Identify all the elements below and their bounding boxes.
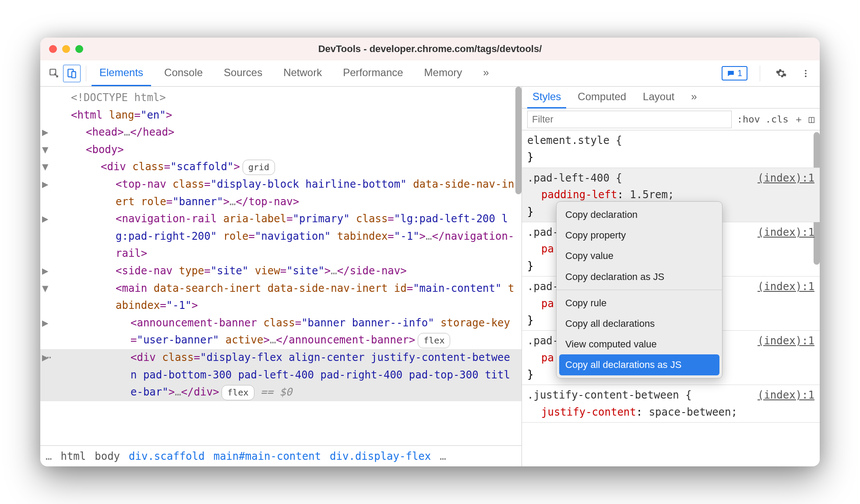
menu-copy-rule[interactable]: Copy rule — [557, 293, 722, 313]
minimize-icon[interactable] — [62, 45, 70, 53]
tab-elements[interactable]: Elements — [92, 60, 151, 86]
devtools-window: DevTools - developer.chrome.com/tags/dev… — [40, 38, 820, 466]
style-rule[interactable]: element.style { } — [522, 130, 820, 168]
new-rule-icon[interactable]: ＋ — [794, 113, 804, 126]
tab-computed[interactable]: Computed — [572, 87, 631, 108]
cls-toggle[interactable]: .cls — [765, 114, 789, 125]
panel-tabs: Elements Console Sources Network Perform… — [92, 60, 722, 86]
menu-copy-declaration-as-js[interactable]: Copy declaration as JS — [557, 266, 722, 287]
svg-point-4 — [805, 73, 807, 74]
scrollbar[interactable] — [515, 87, 522, 194]
elements-panel: <!DOCTYPE html> <html lang="en"> ▶<head>… — [40, 87, 522, 466]
tab-network[interactable]: Network — [275, 60, 330, 86]
selected-node[interactable]: ⋯▶<div class="display-flex align-center … — [40, 349, 522, 401]
messages-count: 1 — [737, 68, 742, 78]
tab-sources[interactable]: Sources — [216, 60, 270, 86]
style-rule[interactable]: (index):1 .justify-content-between { jus… — [522, 385, 820, 423]
main-split: <!DOCTYPE html> <html lang="en"> ▶<head>… — [40, 87, 820, 466]
separator — [86, 66, 86, 81]
breadcrumb-item[interactable]: div.scaffold — [129, 450, 204, 462]
source-link[interactable]: (index):1 — [758, 387, 814, 403]
source-link[interactable]: (index):1 — [758, 332, 814, 349]
svg-rect-2 — [72, 71, 76, 77]
source-link[interactable]: (index):1 — [758, 224, 814, 241]
sidebar-tabs: Styles Computed Layout » — [522, 87, 820, 108]
tab-overflow-icon[interactable]: » — [475, 60, 497, 86]
close-icon[interactable] — [49, 45, 57, 53]
separator — [760, 66, 760, 81]
menu-view-computed-value[interactable]: View computed value — [557, 334, 722, 354]
styles-panel: Styles Computed Layout » :hov .cls ＋ ◫ e… — [522, 87, 820, 466]
tab-layout[interactable]: Layout — [638, 87, 680, 108]
breadcrumb-item[interactable]: main#main-content — [213, 450, 321, 462]
menu-copy-all-declarations[interactable]: Copy all declarations — [557, 313, 722, 334]
breadcrumb-item[interactable]: html — [60, 450, 86, 462]
breadcrumb: … html body div.scaffold main#main-conte… — [40, 445, 522, 466]
inspect-icon[interactable] — [46, 65, 63, 82]
traffic-lights — [49, 45, 83, 53]
tab-overflow-icon[interactable]: » — [686, 87, 702, 108]
main-toolbar: Elements Console Sources Network Perform… — [40, 60, 820, 87]
source-link[interactable]: (index):1 — [758, 278, 814, 295]
toolbar-right: 1 — [722, 65, 814, 82]
breadcrumb-item[interactable]: div.display-flex — [330, 450, 431, 462]
zoom-icon[interactable] — [75, 45, 83, 53]
menu-copy-declaration[interactable]: Copy declaration — [557, 204, 722, 225]
source-link[interactable]: (index):1 — [758, 170, 814, 186]
filter-input[interactable] — [527, 111, 732, 128]
styles-filterbar: :hov .cls ＋ ◫ — [522, 108, 820, 130]
svg-point-3 — [805, 70, 807, 71]
kebab-icon[interactable] — [797, 65, 814, 82]
hov-toggle[interactable]: :hov — [737, 114, 760, 125]
tab-memory[interactable]: Memory — [416, 60, 470, 86]
toggle-pane-icon[interactable]: ◫ — [809, 114, 814, 125]
menu-copy-value[interactable]: Copy value — [557, 245, 722, 266]
titlebar: DevTools - developer.chrome.com/tags/dev… — [40, 38, 820, 60]
styles-list[interactable]: element.style { } (index):1 .pad-left-40… — [522, 130, 820, 466]
tab-console[interactable]: Console — [156, 60, 211, 86]
menu-copy-all-declarations-as-js[interactable]: Copy all declarations as JS — [559, 354, 719, 375]
device-toggle-icon[interactable] — [63, 65, 81, 82]
tab-performance[interactable]: Performance — [335, 60, 411, 86]
window-title: DevTools - developer.chrome.com/tags/dev… — [318, 43, 542, 55]
menu-copy-property[interactable]: Copy property — [557, 225, 722, 245]
dom-tree[interactable]: <!DOCTYPE html> <html lang="en"> ▶<head>… — [40, 87, 522, 445]
menu-separator — [557, 290, 722, 290]
svg-point-5 — [805, 75, 807, 77]
breadcrumb-item[interactable]: body — [95, 450, 120, 462]
context-menu: Copy declaration Copy property Copy valu… — [556, 201, 723, 378]
tab-styles[interactable]: Styles — [527, 87, 566, 108]
messages-badge[interactable]: 1 — [722, 66, 747, 80]
gear-icon[interactable] — [772, 65, 790, 82]
